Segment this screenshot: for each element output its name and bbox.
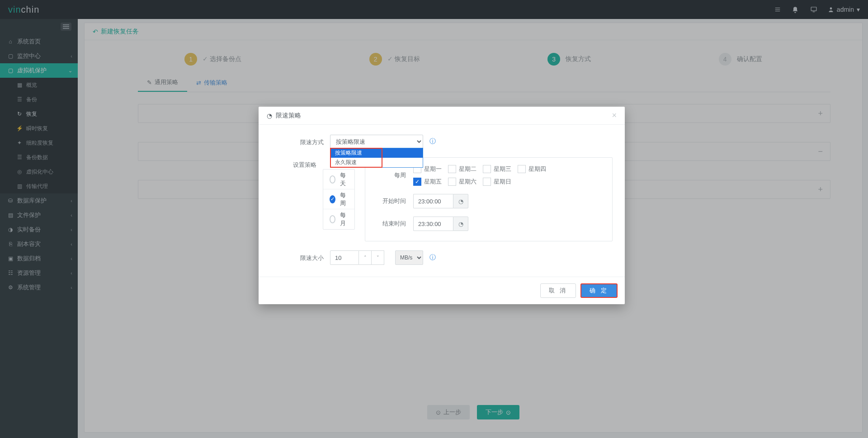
day-6[interactable]: 星期日 <box>483 178 511 186</box>
period-daily-label: 每天 <box>340 171 348 188</box>
checkbox-icon <box>448 165 456 173</box>
start-row: 开始时间 ◔ <box>374 194 603 208</box>
mode-select[interactable]: 按策略限速 <box>330 135 423 148</box>
modal-title: 限速策略 <box>276 112 301 120</box>
chevron-up-icon: ˄ <box>364 255 367 261</box>
period-weekly[interactable]: 每周 <box>323 189 354 209</box>
cancel-button[interactable]: 取 消 <box>540 283 576 298</box>
day-4[interactable]: ✓星期五 <box>413 178 442 186</box>
day-5[interactable]: 星期六 <box>448 178 476 186</box>
checkbox-icon <box>483 165 491 173</box>
row-policy: 设置策略 每天 每周 每月 每周 星期一星期二星期三星期四✓星期五星期六星期日 … <box>286 157 612 241</box>
start-label: 开始时间 <box>374 197 406 205</box>
radio-icon <box>330 215 335 223</box>
radio-checked-icon <box>330 195 335 203</box>
checkbox-icon: ✓ <box>413 178 421 186</box>
radio-icon <box>330 175 335 184</box>
ok-button[interactable]: 确 定 <box>580 283 618 298</box>
day-1[interactable]: 星期二 <box>448 165 476 173</box>
end-label: 结束时间 <box>374 220 406 228</box>
mode-option-policy[interactable]: 按策略限速 <box>330 148 423 158</box>
policy-label: 设置策略 <box>286 157 316 169</box>
cancel-label: 取 消 <box>549 287 568 295</box>
end-clock-button[interactable]: ◔ <box>453 217 468 231</box>
clock-icon: ◔ <box>458 198 463 205</box>
speed-input[interactable] <box>330 250 359 265</box>
day-3[interactable]: 星期四 <box>518 165 546 173</box>
period-weekly-label: 每周 <box>340 191 348 207</box>
unit-select[interactable]: MB/s <box>395 250 423 265</box>
day-label: 星期二 <box>459 165 476 173</box>
mode-option-permanent[interactable]: 永久限速 <box>330 158 423 167</box>
checkbox-icon <box>448 178 456 186</box>
info-icon[interactable]: ⓘ <box>429 254 436 262</box>
day-2[interactable]: 星期三 <box>483 165 511 173</box>
modal-body: 限速方式 按策略限速 按策略限速 永久限速 ⓘ 设置策略 <box>259 125 625 277</box>
mode-dropdown-open: 按策略限速 永久限速 <box>330 148 423 168</box>
clock-icon: ◔ <box>458 221 463 227</box>
weekly-label: 每周 <box>374 171 406 179</box>
period-daily[interactable]: 每天 <box>323 170 354 189</box>
day-label: 星期五 <box>424 178 442 186</box>
day-label: 星期一 <box>424 165 442 173</box>
speed-label: 限速大小 <box>286 250 324 262</box>
row-mode: 限速方式 按策略限速 按策略限速 永久限速 ⓘ <box>286 135 612 148</box>
speed-spinner: ˄ ˅ <box>330 250 384 265</box>
day-label: 星期四 <box>528 165 546 173</box>
end-row: 结束时间 ◔ <box>374 217 603 231</box>
day-grid: 星期一星期二星期三星期四✓星期五星期六星期日 <box>413 165 603 186</box>
speedlimit-modal: ◔ 限速策略 × 限速方式 按策略限速 按策略限速 永久限速 ⓘ <box>259 107 625 304</box>
mode-select-wrap: 按策略限速 按策略限速 永久限速 <box>330 135 423 148</box>
period-box: 每天 每周 每月 <box>323 169 355 230</box>
day-label: 星期日 <box>494 178 511 186</box>
gauge-icon: ◔ <box>267 112 272 119</box>
policy-right-panel: 每周 星期一星期二星期三星期四✓星期五星期六星期日 开始时间 ◔ 结束时间 ◔ <box>365 157 613 241</box>
start-time-input[interactable] <box>413 194 453 208</box>
weekly-days-row: 每周 星期一星期二星期三星期四✓星期五星期六星期日 <box>374 165 603 186</box>
ok-label: 确 定 <box>590 287 609 295</box>
start-clock-button[interactable]: ◔ <box>453 194 468 208</box>
chevron-down-icon: ˅ <box>377 255 379 261</box>
period-monthly[interactable]: 每月 <box>323 209 354 229</box>
speed-down-button[interactable]: ˅ <box>372 250 384 265</box>
modal-header: ◔ 限速策略 × <box>259 107 625 125</box>
row-speed: 限速大小 ˄ ˅ MB/s ⓘ <box>286 250 612 265</box>
speed-up-button[interactable]: ˄ <box>359 250 372 265</box>
day-label: 星期三 <box>494 165 511 173</box>
end-time-input[interactable] <box>413 217 453 231</box>
checkbox-icon <box>483 178 491 186</box>
close-icon[interactable]: × <box>612 111 617 120</box>
mode-label: 限速方式 <box>286 135 324 146</box>
day-label: 星期六 <box>459 178 476 186</box>
checkbox-icon <box>518 165 526 173</box>
modal-footer: 取 消 确 定 <box>259 277 625 304</box>
info-icon[interactable]: ⓘ <box>429 137 436 146</box>
period-monthly-label: 每月 <box>340 211 348 227</box>
